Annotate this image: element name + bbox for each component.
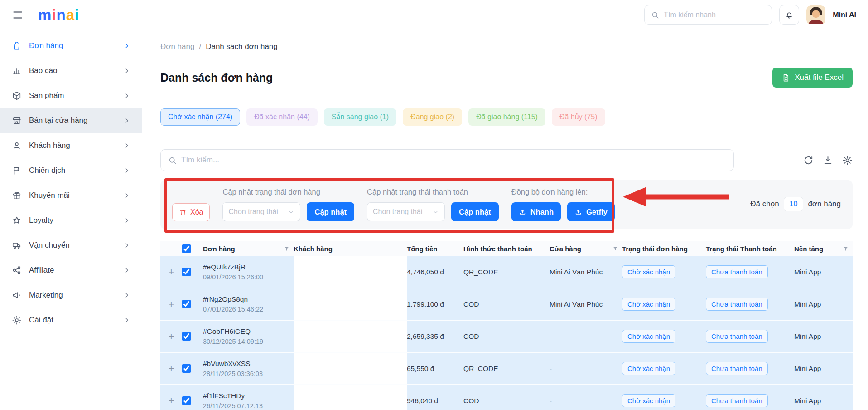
- table-search-input[interactable]: [181, 156, 726, 165]
- refresh-icon[interactable]: [803, 155, 814, 166]
- filter-icon[interactable]: [843, 245, 849, 252]
- filter-icon[interactable]: [284, 245, 290, 252]
- update-order-status-button[interactable]: Cập nhật: [307, 202, 354, 221]
- order-status-badge: Chờ xác nhận: [622, 362, 675, 375]
- logo-letter: a: [66, 6, 75, 24]
- tab-san-sang-giao[interactable]: Sẵn sàng giao (1): [324, 108, 396, 126]
- order-id[interactable]: #rNg2OpS8qn: [203, 295, 294, 303]
- expand-row-button[interactable]: +: [169, 364, 174, 374]
- user-name: Mini AI: [833, 11, 856, 19]
- column-header-total: Tổng tiền: [407, 245, 463, 253]
- sidebar-item-loyalty[interactable]: Loyalty: [0, 208, 142, 233]
- sidebar-item-label: Cài đặt: [29, 316, 116, 325]
- row-checkbox[interactable]: [182, 268, 191, 276]
- sidebar-item-chien-dich[interactable]: Chiến dịch: [0, 158, 142, 183]
- table-search[interactable]: [160, 149, 734, 171]
- platform: Mini App: [794, 300, 853, 308]
- expand-row-button[interactable]: +: [169, 396, 174, 406]
- tab-da-huy[interactable]: Đã hủy (75): [552, 108, 605, 126]
- app-logo[interactable]: minai: [38, 6, 79, 24]
- chevron-down-icon: [432, 209, 439, 215]
- platform: Mini App: [794, 268, 853, 276]
- sidebar-item-khach-hang[interactable]: Khách hàng: [0, 133, 142, 158]
- chevron-right-icon: [124, 43, 130, 49]
- expand-row-button[interactable]: +: [169, 267, 174, 277]
- bulk-group-sync: Đồng bộ đơn hàng lên: Nhanh Getfly: [511, 188, 615, 221]
- sidebar-item-van-chuyen[interactable]: Vận chuyển: [0, 233, 142, 258]
- avatar[interactable]: [806, 5, 825, 24]
- notifications-button[interactable]: [779, 5, 799, 25]
- order-status-select[interactable]: Chọn trạng thái: [222, 202, 300, 221]
- platform: Mini App: [794, 365, 853, 373]
- order-id[interactable]: #eQUtk7zBjR: [203, 263, 294, 271]
- sidebar-item-bao-cao[interactable]: Báo cáo: [0, 58, 142, 83]
- logo-letter: i: [52, 6, 56, 24]
- payment-status-select[interactable]: Chọn trạng thái: [367, 202, 445, 221]
- sidebar-item-cai-dat[interactable]: Cài đặt: [0, 308, 142, 332]
- sidebar-item-label: Bán tại cửa hàng: [29, 116, 116, 125]
- order-id[interactable]: #f1lFScTHDy: [203, 392, 294, 400]
- marketing-icon: [12, 290, 22, 300]
- customers-icon: [12, 141, 22, 151]
- sidebar-item-affiliate[interactable]: Affiliate: [0, 258, 142, 283]
- row-checkbox[interactable]: [182, 332, 191, 341]
- star-icon: [12, 215, 22, 225]
- bulk-group-order-status: Cập nhật trạng thái đơn hàng Chọn trạng …: [222, 188, 354, 221]
- affiliate-icon: [12, 265, 22, 275]
- tab-dang-giao[interactable]: Đang giao (2): [403, 108, 462, 126]
- chevron-right-icon: [124, 68, 130, 74]
- table-toolbar: [803, 155, 853, 166]
- order-total: 2,659,335 đ: [407, 332, 463, 341]
- search-icon: [168, 156, 177, 165]
- quick-search[interactable]: [644, 5, 772, 25]
- tab-da-giao-hang[interactable]: Đã giao hàng (115): [468, 108, 545, 126]
- row-checkbox[interactable]: [182, 300, 191, 308]
- order-date: 26/11/2025 07:12:13: [203, 402, 294, 410]
- order-id[interactable]: #GobFH6iGEQ: [203, 327, 294, 336]
- customer-cell: [294, 321, 407, 352]
- select-all-checkbox[interactable]: [182, 244, 191, 253]
- sync-nhanh-button[interactable]: Nhanh: [511, 202, 561, 221]
- sidebar-item-marketing[interactable]: Marketing: [0, 283, 142, 308]
- tab-cho-xac-nhan[interactable]: Chờ xác nhận (274): [160, 108, 240, 126]
- expand-row-button[interactable]: +: [169, 332, 174, 342]
- main-content: Đơn hàng / Danh sách đơn hàng Danh sách …: [142, 30, 868, 410]
- column-header-order: Đơn hàng: [203, 245, 294, 253]
- sidebar-item-ban-tai-cua-hang[interactable]: Bán tại cửa hàng: [0, 108, 142, 133]
- store-name: -: [550, 365, 622, 373]
- chart-icon: [12, 66, 22, 76]
- app-header: minai Mini AI: [0, 0, 868, 30]
- row-checkbox[interactable]: [182, 364, 191, 373]
- delete-button[interactable]: Xóa: [172, 203, 210, 221]
- update-payment-status-button[interactable]: Cập nhật: [451, 202, 499, 221]
- payment-status-badge: Chưa thanh toán: [706, 394, 768, 407]
- filter-icon[interactable]: [612, 245, 618, 252]
- download-icon[interactable]: [823, 155, 833, 166]
- store-name: -: [550, 332, 622, 341]
- sidebar-item-khuyen-mai[interactable]: Khuyến mãi: [0, 183, 142, 208]
- order-id[interactable]: #bVuwbXvXSS: [203, 360, 294, 368]
- column-header-store: Cửa hàng: [550, 245, 622, 253]
- chevron-right-icon: [124, 192, 130, 199]
- store-icon: [12, 116, 22, 126]
- gear-icon[interactable]: [842, 155, 853, 166]
- sidebar-item-label: Affiliate: [29, 266, 116, 275]
- expand-row-button[interactable]: +: [169, 299, 174, 309]
- row-checkbox[interactable]: [182, 396, 191, 405]
- quick-search-input[interactable]: [664, 11, 765, 19]
- bulk-group-payment-status: Cập nhật trạng thái thanh toán Chọn trạn…: [367, 188, 499, 221]
- payment-method: QR_CODE: [463, 365, 550, 373]
- tab-da-xac-nhan[interactable]: Đã xác nhận (44): [246, 108, 318, 126]
- sidebar-item-label: Loyalty: [29, 216, 116, 225]
- breadcrumb-parent[interactable]: Đơn hàng: [160, 42, 194, 51]
- sidebar-item-san-pham[interactable]: Sản phẩm: [0, 83, 142, 108]
- export-excel-button[interactable]: Xuất file Excel: [772, 68, 853, 88]
- table-row: +#eQUtk7zBjR09/01/2026 15:26:004,746,050…: [160, 256, 853, 288]
- menu-toggle-icon[interactable]: [12, 9, 24, 21]
- column-header-order_status: Trạng thái đơn hàng: [622, 245, 706, 253]
- order-status-badge: Chờ xác nhận: [622, 265, 675, 278]
- sidebar-item-don-hang[interactable]: Đơn hàng: [0, 33, 142, 58]
- store-name: Mini Ai Vạn Phúc: [550, 300, 622, 308]
- table-row: +#bVuwbXvXSS28/11/2025 03:36:0365,550 đQ…: [160, 353, 853, 385]
- sync-getfly-button[interactable]: Getfly: [567, 202, 615, 221]
